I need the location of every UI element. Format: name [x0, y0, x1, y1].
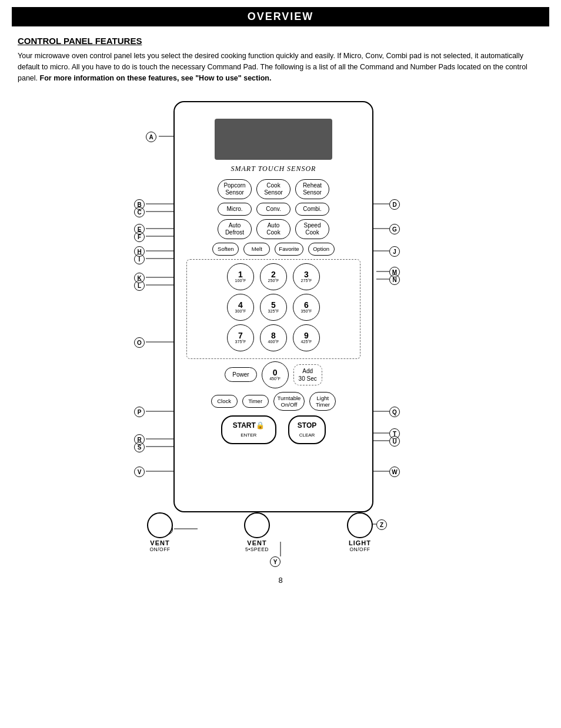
clock-row: Clock Timer TurntableOn/Off LightTimer: [186, 392, 360, 411]
vent-5speed-label: VENT: [244, 539, 270, 546]
section-title: CONTROL PANEL FEATURES: [18, 36, 543, 46]
mode-row: Micro. Conv. Combi.: [181, 203, 366, 216]
label-o: O: [134, 337, 145, 348]
label-g: G: [389, 224, 400, 234]
num-8-button[interactable]: 8 400°F: [260, 324, 287, 351]
knobs-area: VENT ON/OFF VENT 5•SPEED LIGHT ON/OFF: [94, 506, 459, 583]
label-w: W: [389, 467, 400, 477]
vent-onoff-sub: ON/OFF: [147, 546, 173, 552]
melt-button[interactable]: Melt: [243, 243, 270, 255]
label-i: I: [134, 254, 145, 264]
display-screen: [215, 119, 332, 160]
label-s: S: [134, 442, 145, 452]
label-n: N: [389, 274, 400, 285]
start-stop-row: START🔒ENTER STOPCLEAR: [186, 415, 360, 444]
auto-cook-button[interactable]: AutoCook: [256, 219, 290, 239]
num-row-2: 4 300°F 5 325°F 6 350°F: [191, 294, 356, 321]
vent-5speed-knob[interactable]: [244, 512, 270, 538]
label-p: P: [134, 407, 145, 417]
label-v: V: [134, 467, 145, 477]
start-button[interactable]: START🔒ENTER: [221, 415, 276, 444]
num-row-3: 7 375°F 8 400°F 9 425°F: [191, 324, 356, 351]
num-6-button[interactable]: 6 350°F: [293, 294, 320, 321]
conv-button[interactable]: Conv.: [256, 203, 290, 216]
auto-row: AutoDefrost AutoCook SpeedCook: [181, 219, 366, 239]
label-u: U: [389, 436, 400, 447]
sensor-row: PopcornSensor CookSensor ReheatSensor: [181, 179, 366, 199]
favorite-button[interactable]: Favorite: [275, 243, 303, 255]
power-button[interactable]: Power: [225, 367, 256, 382]
label-a: A: [146, 132, 156, 142]
speed-cook-button[interactable]: SpeedCook: [295, 219, 329, 239]
special-row: Soften Melt Favorite Option: [181, 243, 366, 255]
vent-5speed-knob-group: VENT 5•SPEED: [244, 512, 270, 552]
num-4-button[interactable]: 4 300°F: [227, 294, 254, 321]
micro-button[interactable]: Micro.: [218, 203, 252, 216]
description: Your microwave oven control panel lets y…: [18, 51, 543, 83]
option-button[interactable]: Option: [308, 243, 335, 255]
auto-defrost-button[interactable]: AutoDefrost: [218, 219, 252, 239]
number-pad: 1 100°F 2 250°F 3 275°F 4 300°F 5: [186, 259, 360, 359]
num-9-button[interactable]: 9 425°F: [293, 324, 320, 351]
vent-5speed-sub: 5•SPEED: [244, 546, 270, 552]
num-2-button[interactable]: 2 250°F: [260, 263, 287, 290]
label-l: L: [134, 280, 145, 291]
header-bar: OVERVIEW: [12, 7, 549, 26]
light-timer-button[interactable]: LightTimer: [309, 392, 336, 411]
power-row: Power 0 450°F Add30 Sec: [186, 361, 360, 388]
num-5-button[interactable]: 5 325°F: [260, 294, 287, 321]
label-c: C: [134, 207, 145, 217]
timer-button[interactable]: Timer: [242, 395, 269, 407]
smart-touch-label: SMART TOUCH SENSOR: [181, 165, 366, 173]
label-d: D: [389, 199, 400, 210]
label-f: F: [134, 232, 145, 242]
vent-onoff-knob[interactable]: [147, 512, 173, 538]
num-3-button[interactable]: 3 275°F: [293, 263, 320, 290]
label-q: Q: [389, 407, 400, 417]
num-0-button[interactable]: 0 450°F: [262, 361, 289, 388]
vent-onoff-label: VENT: [147, 539, 173, 546]
clock-button[interactable]: Clock: [211, 395, 238, 407]
light-onoff-label: LIGHT: [347, 539, 373, 546]
cook-sensor-button[interactable]: CookSensor: [256, 179, 290, 199]
combi-button[interactable]: Combi.: [295, 203, 329, 216]
stop-button[interactable]: STOPCLEAR: [288, 415, 326, 444]
add30-button[interactable]: Add30 Sec: [293, 364, 322, 385]
reheat-sensor-button[interactable]: ReheatSensor: [295, 179, 329, 199]
label-j: J: [389, 246, 400, 257]
num-row-1: 1 100°F 2 250°F 3 275°F: [191, 263, 356, 290]
num-7-button[interactable]: 7 375°F: [227, 324, 254, 351]
light-onoff-knob[interactable]: [347, 512, 373, 538]
vent-onoff-knob-group: VENT ON/OFF: [147, 512, 173, 552]
diagram-area: A B C D E F G H I J K L M N: [0, 89, 561, 571]
popcorn-sensor-button[interactable]: PopcornSensor: [218, 179, 252, 199]
turntable-button[interactable]: TurntableOn/Off: [273, 392, 305, 411]
light-onoff-sub: ON/OFF: [347, 546, 373, 552]
light-onoff-knob-group: LIGHT ON/OFF: [347, 512, 373, 552]
soften-button[interactable]: Soften: [212, 243, 239, 255]
num-1-button[interactable]: 1 100°F: [227, 263, 254, 290]
control-panel: SMART TOUCH SENSOR PopcornSensor CookSen…: [173, 101, 373, 512]
